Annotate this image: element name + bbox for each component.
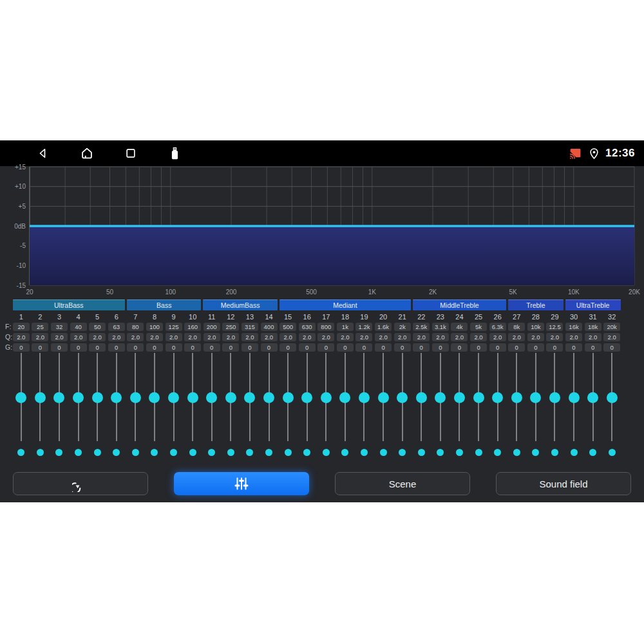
eq-slider[interactable] (526, 353, 545, 441)
q-value-box[interactable]: 2.0 (242, 333, 258, 341)
eq-slider-knob[interactable] (263, 392, 274, 403)
q-value-box[interactable]: 2.0 (299, 333, 316, 341)
frequency-value-box[interactable]: 125 (166, 323, 182, 331)
eq-slider[interactable] (202, 353, 222, 441)
eq-slider[interactable] (145, 353, 164, 441)
frequency-value-box[interactable]: 20 (13, 323, 30, 331)
frequency-value-box[interactable]: 10k (527, 323, 544, 331)
eq-slider[interactable] (602, 353, 621, 441)
q-value-box[interactable]: 2.0 (261, 333, 278, 341)
reset-button[interactable] (13, 472, 148, 495)
frequency-value-box[interactable]: 18k (585, 323, 601, 331)
eq-slider-knob[interactable] (530, 392, 541, 403)
q-value-box[interactable]: 2.0 (146, 333, 163, 341)
frequency-value-box[interactable]: 160 (184, 323, 201, 331)
eq-slider[interactable] (278, 353, 298, 441)
eq-slider-knob[interactable] (359, 392, 370, 403)
q-value-box[interactable]: 2.0 (222, 333, 239, 341)
frequency-value-box[interactable]: 250 (222, 323, 239, 331)
frequency-value-box[interactable]: 1.2k (355, 323, 372, 331)
eq-slider-knob[interactable] (149, 392, 160, 403)
gain-value-box[interactable]: 0 (13, 343, 30, 352)
eq-slider[interactable] (50, 353, 69, 441)
gain-value-box[interactable]: 0 (470, 343, 487, 352)
gain-value-box[interactable]: 0 (375, 343, 392, 352)
back-button[interactable] (36, 146, 50, 160)
frequency-value-box[interactable]: 2.5k (413, 323, 430, 331)
q-value-box[interactable]: 2.0 (546, 333, 563, 341)
frequency-value-box[interactable]: 100 (146, 323, 163, 331)
q-value-box[interactable]: 2.0 (355, 333, 372, 341)
frequency-value-box[interactable]: 25 (32, 323, 48, 331)
q-value-box[interactable]: 2.0 (394, 333, 411, 341)
q-value-box[interactable]: 2.0 (51, 333, 68, 341)
recents-button[interactable] (124, 146, 138, 160)
frequency-value-box[interactable]: 2k (394, 323, 411, 331)
eq-slider[interactable] (469, 353, 488, 441)
gain-value-box[interactable]: 0 (585, 343, 601, 352)
frequency-value-box[interactable]: 6.3k (489, 323, 506, 331)
q-value-box[interactable]: 2.0 (565, 333, 582, 341)
eq-slider[interactable] (564, 353, 583, 441)
scene-button[interactable]: Scene (335, 472, 470, 495)
eq-slider-knob[interactable] (225, 392, 236, 403)
gain-value-box[interactable]: 0 (279, 343, 296, 352)
q-value-box[interactable]: 2.0 (127, 333, 144, 341)
frequency-value-box[interactable]: 4k (451, 323, 468, 331)
frequency-value-box[interactable]: 200 (204, 323, 220, 331)
q-value-box[interactable]: 2.0 (375, 333, 392, 341)
eq-slider[interactable] (69, 353, 88, 441)
eq-slider[interactable] (107, 353, 126, 441)
q-value-box[interactable]: 2.0 (337, 333, 354, 341)
gain-value-box[interactable]: 0 (184, 343, 201, 352)
gain-value-box[interactable]: 0 (508, 343, 525, 352)
frequency-value-box[interactable]: 20k (603, 323, 620, 331)
q-value-box[interactable]: 2.0 (204, 333, 220, 341)
frequency-value-box[interactable]: 1.6k (375, 323, 392, 331)
eq-slider-knob[interactable] (492, 392, 503, 403)
eq-slider[interactable] (431, 353, 450, 441)
frequency-value-box[interactable]: 5k (470, 323, 487, 331)
eq-slider-knob[interactable] (321, 392, 332, 403)
gain-value-box[interactable]: 0 (242, 343, 258, 352)
eq-slider[interactable] (355, 353, 374, 441)
gain-value-box[interactable]: 0 (127, 343, 144, 352)
frequency-value-box[interactable]: 8k (508, 323, 525, 331)
gain-value-box[interactable]: 0 (527, 343, 544, 352)
eq-slider-knob[interactable] (130, 392, 141, 403)
eq-slider[interactable] (183, 353, 202, 441)
gain-value-box[interactable]: 0 (337, 343, 354, 352)
q-value-box[interactable]: 2.0 (13, 333, 30, 341)
q-value-box[interactable]: 2.0 (108, 333, 125, 341)
frequency-value-box[interactable]: 40 (70, 323, 87, 331)
frequency-value-box[interactable]: 500 (279, 323, 296, 331)
eq-slider-knob[interactable] (587, 392, 598, 403)
gain-value-box[interactable]: 0 (299, 343, 316, 352)
frequency-value-box[interactable]: 16k (565, 323, 582, 331)
eq-slider[interactable] (507, 353, 526, 441)
gain-value-box[interactable]: 0 (546, 343, 563, 352)
eq-slider-knob[interactable] (187, 392, 198, 403)
gain-value-box[interactable]: 0 (108, 343, 125, 352)
eq-slider[interactable] (164, 353, 184, 441)
eq-slider-knob[interactable] (111, 392, 122, 403)
gain-value-box[interactable]: 0 (489, 343, 506, 352)
eq-slider-knob[interactable] (206, 392, 217, 403)
eq-slider[interactable] (88, 353, 107, 441)
frequency-value-box[interactable]: 630 (299, 323, 316, 331)
gain-value-box[interactable]: 0 (355, 343, 372, 352)
eq-slider-knob[interactable] (283, 392, 294, 403)
eq-slider[interactable] (222, 353, 241, 441)
q-value-box[interactable]: 2.0 (32, 333, 48, 341)
eq-slider-knob[interactable] (435, 392, 446, 403)
eq-slider-knob[interactable] (92, 392, 103, 403)
frequency-value-box[interactable]: 400 (261, 323, 278, 331)
eq-slider-knob[interactable] (569, 392, 580, 403)
frequency-value-box[interactable]: 63 (108, 323, 125, 331)
q-value-box[interactable]: 2.0 (470, 333, 487, 341)
frequency-value-box[interactable]: 80 (127, 323, 144, 331)
gain-value-box[interactable]: 0 (394, 343, 411, 352)
q-value-box[interactable]: 2.0 (603, 333, 620, 341)
gain-value-box[interactable]: 0 (89, 343, 106, 352)
eq-slider[interactable] (12, 353, 31, 441)
